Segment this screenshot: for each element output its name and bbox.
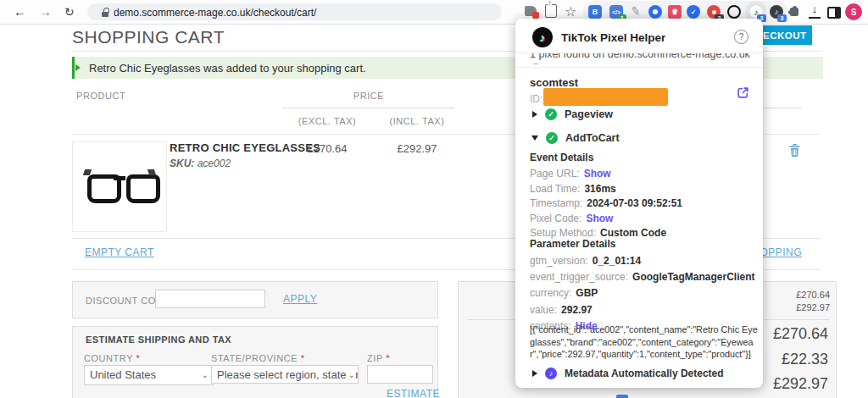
tag-badge: [532, 12, 539, 19]
page-title: SHOPPING CART: [72, 27, 225, 47]
summary-tax: £22.33: [782, 351, 828, 368]
empty-cart-link[interactable]: EMPTY CART: [85, 246, 154, 258]
estimate-shipping-panel: ESTIMATE SHIPPING AND TAX COUNTRY * Unit…: [72, 326, 438, 398]
extension-code-icon[interactable]: </> 2: [609, 5, 623, 19]
forward-icon[interactable]: →: [39, 0, 52, 24]
profile-avatar[interactable]: S: [845, 3, 862, 20]
success-message-text: Retro Chic Eyeglasses was added to your …: [89, 62, 366, 75]
pixel-id-label: ID:: [530, 93, 542, 105]
popup-title: TikTok Pixel Helper: [561, 31, 665, 44]
price-excl-tax: £270.64: [292, 142, 362, 155]
product-sku: SKU: ace002: [170, 158, 231, 169]
tiktok-pixel-helper-icon[interactable]: ♪ 3: [749, 5, 763, 19]
url-text: demo.scommerce-mage.co.uk/checkout/cart/: [114, 7, 316, 19]
check-icon: ✓: [546, 132, 558, 144]
detail-row: Pixel Code:Show: [530, 211, 682, 226]
detail-row: Load Time:316ms: [530, 181, 682, 196]
detail-row: Timestamp:2024-07-03 09:52:51: [530, 196, 682, 211]
price-underline: [282, 108, 455, 108]
event-details-title: Event Details: [530, 152, 593, 163]
detail-row: gtm_version:0_2_01:14: [530, 252, 755, 268]
info-icon[interactable]: i: [530, 64, 542, 65]
expand-right-icon[interactable]: [532, 111, 537, 118]
divider: [515, 67, 763, 68]
expand-down-icon[interactable]: [531, 135, 538, 141]
product-image[interactable]: [72, 141, 167, 232]
column-incl-tax: (INCL. TAX): [382, 116, 452, 126]
check-icon: ✓: [545, 108, 557, 120]
sku-label: SKU:: [170, 158, 194, 169]
pixel-id-redacted: [543, 88, 668, 106]
metadata-row[interactable]: ♪ Metadata Automatically Detected: [532, 368, 724, 379]
help-icon[interactable]: ?: [734, 30, 748, 44]
pixel-code-show-link[interactable]: Show: [586, 213, 613, 224]
address-bar[interactable]: demo.scommerce-mage.co.uk/checkout/cart/: [87, 3, 502, 20]
discount-codes-panel: DISCOUNT CODES APPLY: [72, 281, 438, 318]
summary-excl-small: £270.64: [796, 290, 830, 300]
extensions-puzzle-icon[interactable]: [790, 8, 798, 16]
estimate-link[interactable]: ESTIMATE: [387, 388, 440, 398]
sku-value: ace002: [198, 158, 231, 169]
column-price: PRICE: [282, 91, 455, 101]
summary-incl-small: £292.97: [796, 302, 830, 312]
state-label: STATE/PROVINCE *: [211, 353, 304, 363]
expand-right-icon[interactable]: [532, 370, 537, 377]
event-details-rows: Page URL:Show Load Time:316ms Timestamp:…: [530, 166, 682, 240]
column-excl-tax: (EXCL. TAX): [292, 116, 362, 126]
back-icon[interactable]: ←: [14, 0, 26, 24]
tiktok-pixel-helper-popup: ♪ TikTok Pixel Helper ? 1 pixel found on…: [515, 19, 763, 388]
blocker-extension-icon[interactable]: 2: [707, 5, 721, 19]
open-external-icon[interactable]: [737, 86, 749, 99]
apply-discount-link[interactable]: APPLY: [283, 293, 317, 305]
summary-grand-total: £292.97: [773, 375, 828, 393]
detail-row: currency:GBP: [530, 285, 755, 301]
detail-row: Page URL:Show: [530, 166, 682, 181]
split-view-icon[interactable]: [827, 7, 841, 19]
discount-code-input[interactable]: [155, 290, 265, 308]
zip-label: ZIP *: [367, 353, 390, 363]
page-url-show-link[interactable]: Show: [584, 168, 611, 180]
contents-json-text: [{"content_id":"ace002","content_name":"…: [530, 323, 759, 361]
parameter-details-title: Parameter Details: [530, 238, 615, 250]
pixel-name: scomtest: [530, 76, 578, 89]
delete-item-icon[interactable]: [788, 143, 801, 158]
event-row-addtocart[interactable]: ✓ AddToCart: [531, 132, 620, 144]
pixel-extension-icon[interactable]: ♪ 3: [770, 5, 783, 19]
success-arrow-icon: [75, 64, 81, 71]
pixels-found-row: 1 pixel found on demo.scommerce-mage.co.…: [530, 53, 752, 64]
country-select[interactable]: United States ⌄: [84, 365, 214, 385]
summary-subtotal: £270.64: [773, 325, 828, 343]
ring-extension-icon[interactable]: [727, 5, 741, 19]
state-select[interactable]: Please select region, state or prov ⌄: [211, 365, 359, 384]
event-row-pageview[interactable]: ✓ Pageview: [532, 108, 613, 120]
download-icon[interactable]: ↓: [809, 2, 821, 19]
pixels-found-text: 1 pixel found on demo.scommerce-mage.co.…: [530, 53, 752, 64]
zip-input[interactable]: [367, 365, 433, 384]
parameter-details-rows: gtm_version:0_2_01:14 event_trigger_sour…: [530, 252, 755, 334]
chevron-down-icon: ⌄: [202, 366, 209, 384]
screen: ← → ↻ demo.scommerce-mage.co.uk/checkout…: [0, 0, 868, 398]
reload-icon[interactable]: ↻: [64, 0, 75, 24]
chevron-down-icon: ⌄: [348, 366, 355, 384]
swirl-extension-icon[interactable]: [648, 5, 662, 19]
country-label: COUNTRY *: [84, 353, 140, 363]
detail-row: value:292.97: [530, 301, 755, 318]
column-product: PRODUCT: [76, 91, 125, 101]
crown-extension-icon[interactable]: ♛: [668, 5, 682, 19]
tiktok-logo-icon: ♪: [532, 27, 553, 47]
share-icon[interactable]: ↑: [545, 4, 557, 18]
price-incl-tax: £292.97: [382, 142, 452, 155]
extension-b-icon[interactable]: B: [588, 5, 602, 19]
paypal-button-edge[interactable]: [616, 395, 628, 398]
tag-extension-icon[interactable]: [525, 6, 537, 16]
pixel2-badge: 3: [777, 14, 787, 22]
metadata-tiktok-icon: ♪: [545, 368, 557, 379]
estimate-title: ESTIMATE SHIPPING AND TAX: [86, 334, 231, 345]
detail-row: event_trigger_source:GoogleTagManagerCli…: [530, 268, 755, 285]
